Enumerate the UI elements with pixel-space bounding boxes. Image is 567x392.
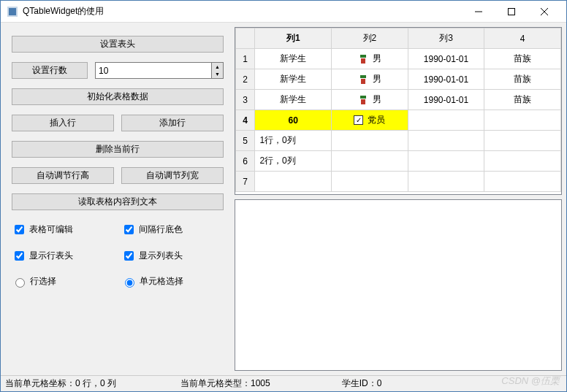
status-sid: 学生ID：0 <box>342 377 382 390</box>
corner-header[interactable] <box>236 28 255 49</box>
table-cell[interactable]: 新学生 <box>255 90 332 110</box>
row-header[interactable]: 2 <box>236 69 255 90</box>
table-row: 3 新学生 男 1990-01-01 苗族 <box>236 90 561 110</box>
svg-rect-3 <box>508 8 514 15</box>
add-row-button[interactable]: 添加行 <box>121 115 224 131</box>
rowheader-checkbox[interactable]: 显示行表头 <box>12 249 114 263</box>
table-cell[interactable]: 党员 <box>332 110 408 131</box>
table-cell-selected[interactable]: 60 <box>255 110 332 131</box>
table-cell[interactable] <box>408 151 484 172</box>
row-header[interactable]: 5 <box>236 131 255 151</box>
control-panel: 设置表头 设置行数 ▲ ▼ 初始化表格数据 插入行 添加行 删除当前行 自动调节… <box>1 23 235 375</box>
table-cell[interactable]: 1行，0列 <box>255 131 332 151</box>
table-cell[interactable] <box>484 172 561 192</box>
col-header-4[interactable]: 4 <box>484 28 561 49</box>
table-cell[interactable]: 2行，0列 <box>255 151 332 172</box>
table-row: 5 1行，0列 <box>236 131 561 151</box>
table-row: 1 新学生 男 1990-01-01 苗族 <box>236 49 561 69</box>
table-cell[interactable]: 新学生 <box>255 49 332 69</box>
table-cell[interactable] <box>484 110 561 131</box>
table-cell[interactable]: 1990-01-01 <box>408 49 484 69</box>
col-header-3[interactable]: 列3 <box>408 28 484 49</box>
spin-down-button[interactable]: ▼ <box>212 71 223 79</box>
maximize-button[interactable] <box>495 1 528 22</box>
table-cell[interactable]: 苗族 <box>484 90 561 110</box>
svg-rect-9 <box>361 79 365 84</box>
cell-select-radio[interactable]: 单元格选择 <box>121 275 224 288</box>
rowcount-spinbox[interactable]: ▲ ▼ <box>95 62 224 79</box>
checkbox-icon[interactable] <box>354 115 363 125</box>
table-cell[interactable] <box>408 110 484 131</box>
table-widget[interactable]: 列1 列2 列3 4 1 新学生 男 1990-01-01 苗族 2 新 <box>235 27 562 195</box>
text-output[interactable] <box>235 199 562 371</box>
svg-rect-6 <box>360 55 366 58</box>
row-header[interactable]: 1 <box>236 49 255 69</box>
col-header-1[interactable]: 列1 <box>255 28 332 49</box>
table-cell[interactable] <box>484 131 561 151</box>
table-cell[interactable] <box>408 131 484 151</box>
insert-row-button[interactable]: 插入行 <box>12 115 114 131</box>
rowcount-input[interactable] <box>95 62 212 79</box>
table-cell[interactable]: 男 <box>332 49 408 69</box>
table-row: 4 60 党员 <box>236 110 561 131</box>
set-rowcount-button[interactable]: 设置行数 <box>12 62 88 79</box>
row-header[interactable]: 4 <box>236 110 255 131</box>
status-type: 当前单元格类型：1005 <box>180 377 270 390</box>
row-select-radio[interactable]: 行选择 <box>12 275 114 288</box>
status-coord: 当前单元格坐标：0 行，0 列 <box>5 377 116 390</box>
window-title: QTableWidget的使用 <box>23 5 462 18</box>
table-cell[interactable] <box>408 172 484 192</box>
row-header[interactable]: 7 <box>236 172 255 192</box>
auto-rowheight-button[interactable]: 自动调节行高 <box>12 167 114 184</box>
minimize-button[interactable] <box>462 1 495 22</box>
svg-rect-11 <box>361 99 365 104</box>
table-cell[interactable] <box>484 151 561 172</box>
table-cell[interactable]: 男 <box>332 90 408 110</box>
svg-rect-8 <box>360 75 366 78</box>
auto-colwidth-button[interactable]: 自动调节列宽 <box>121 167 224 184</box>
table-cell[interactable] <box>332 172 408 192</box>
close-button[interactable] <box>528 1 560 22</box>
colheader-checkbox[interactable]: 显示列表头 <box>121 249 224 263</box>
table-cell[interactable]: 1990-01-01 <box>408 69 484 90</box>
person-icon <box>358 74 368 85</box>
app-icon <box>7 6 18 18</box>
read-to-text-button[interactable]: 读取表格内容到文本 <box>12 193 224 210</box>
svg-rect-1 <box>9 8 16 15</box>
row-header[interactable]: 6 <box>236 151 255 172</box>
statusbar: 当前单元格坐标：0 行，0 列 当前单元格类型：1005 学生ID：0 <box>1 375 566 391</box>
altrow-checkbox[interactable]: 间隔行底色 <box>121 223 224 237</box>
delete-row-button[interactable]: 删除当前行 <box>12 141 224 158</box>
table-row: 7 <box>236 172 561 192</box>
table-cell[interactable]: 新学生 <box>255 69 332 90</box>
editable-checkbox[interactable]: 表格可编辑 <box>12 223 114 237</box>
titlebar: QTableWidget的使用 <box>1 1 566 23</box>
init-data-button[interactable]: 初始化表格数据 <box>12 88 224 105</box>
table-cell[interactable] <box>332 131 408 151</box>
row-header[interactable]: 3 <box>236 90 255 110</box>
table-cell[interactable] <box>255 172 332 192</box>
table-cell[interactable]: 苗族 <box>484 49 561 69</box>
person-icon <box>358 54 368 64</box>
table-cell[interactable] <box>332 151 408 172</box>
set-header-button[interactable]: 设置表头 <box>12 36 224 53</box>
svg-rect-10 <box>360 96 366 99</box>
svg-rect-7 <box>361 58 365 64</box>
person-icon <box>358 95 368 105</box>
col-header-2[interactable]: 列2 <box>332 28 408 49</box>
table-row: 6 2行，0列 <box>236 151 561 172</box>
table-cell[interactable]: 男 <box>332 69 408 90</box>
table-row: 2 新学生 男 1990-01-01 苗族 <box>236 69 561 90</box>
spin-up-button[interactable]: ▲ <box>212 63 223 71</box>
table-cell[interactable]: 苗族 <box>484 69 561 90</box>
table-cell[interactable]: 1990-01-01 <box>408 90 484 110</box>
